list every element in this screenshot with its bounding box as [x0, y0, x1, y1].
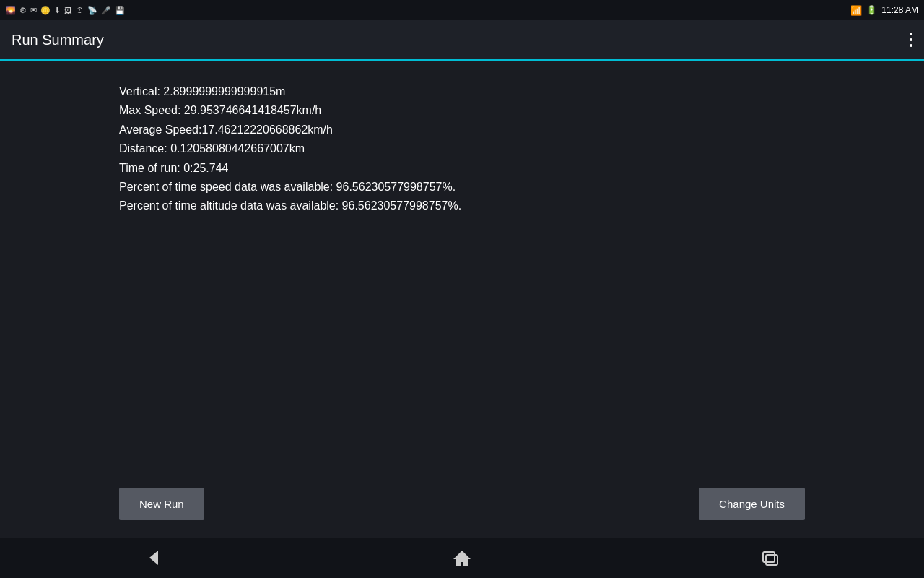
stat-vertical: Vertical: 2.8999999999999915m	[119, 82, 805, 101]
stat-distance: Distance: 0.12058080442667007km	[119, 139, 805, 158]
stat-altitude-data-percent: Percent of time altitude data was availa…	[119, 197, 805, 215]
home-icon	[452, 548, 472, 568]
svg-marker-1	[453, 551, 471, 566]
wifi-icon: 📶	[850, 5, 862, 16]
recent-apps-icon	[760, 548, 780, 568]
battery-icon: 🔋	[866, 5, 877, 15]
app-bar: Run Summary	[0, 20, 924, 61]
notification-icon-10: 💾	[115, 6, 125, 15]
notification-icon-3: ✉	[30, 6, 37, 15]
svg-marker-0	[149, 551, 158, 565]
menu-dot-2	[910, 38, 912, 41]
svg-rect-3	[766, 555, 777, 565]
main-content: Vertical: 2.8999999999999915m Max Speed:…	[0, 61, 924, 238]
notification-icon-9: 🎤	[101, 6, 111, 15]
change-units-button[interactable]: Change Units	[699, 488, 805, 520]
stat-speed-data-percent: Percent of time speed data was available…	[119, 178, 805, 197]
nav-bar	[0, 538, 924, 578]
overflow-menu-button[interactable]	[910, 33, 912, 47]
app-title: Run Summary	[12, 32, 104, 48]
stat-max-speed: Max Speed: 29.953746641418457km/h	[119, 101, 805, 120]
menu-dot-3	[910, 44, 912, 47]
back-button[interactable]	[144, 548, 164, 568]
svg-rect-2	[763, 552, 775, 562]
bottom-buttons: New Run Change Units	[0, 488, 924, 520]
back-icon	[144, 548, 164, 568]
status-bar-right: 📶 🔋 11:28 AM	[850, 5, 918, 16]
notification-icon-7: ⏱	[76, 6, 84, 14]
notification-icon-8: 📡	[87, 6, 97, 15]
menu-dot-1	[910, 33, 912, 35]
status-time: 11:28 AM	[881, 5, 918, 15]
stat-avg-speed: Average Speed:17.46212220668862km/h	[119, 121, 805, 139]
notification-icon-6: 🖼	[64, 6, 72, 14]
stat-time-of-run: Time of run: 0:25.744	[119, 159, 805, 178]
notification-icon-5: ⬇	[54, 6, 61, 15]
recent-apps-button[interactable]	[760, 548, 780, 568]
notification-icon-1: 🌄	[6, 6, 16, 15]
new-run-button[interactable]: New Run	[119, 488, 204, 520]
notification-icon-2: ⚙	[19, 6, 27, 15]
status-bar-icons: 🌄 ⚙ ✉ 🪙 ⬇ 🖼 ⏱ 📡 🎤 💾	[6, 6, 125, 15]
home-button[interactable]	[452, 548, 472, 568]
status-bar: 🌄 ⚙ ✉ 🪙 ⬇ 🖼 ⏱ 📡 🎤 💾 📶 🔋 11:28 AM	[0, 0, 924, 20]
stats-container: Vertical: 2.8999999999999915m Max Speed:…	[119, 82, 805, 216]
notification-icon-4: 🪙	[40, 6, 51, 15]
